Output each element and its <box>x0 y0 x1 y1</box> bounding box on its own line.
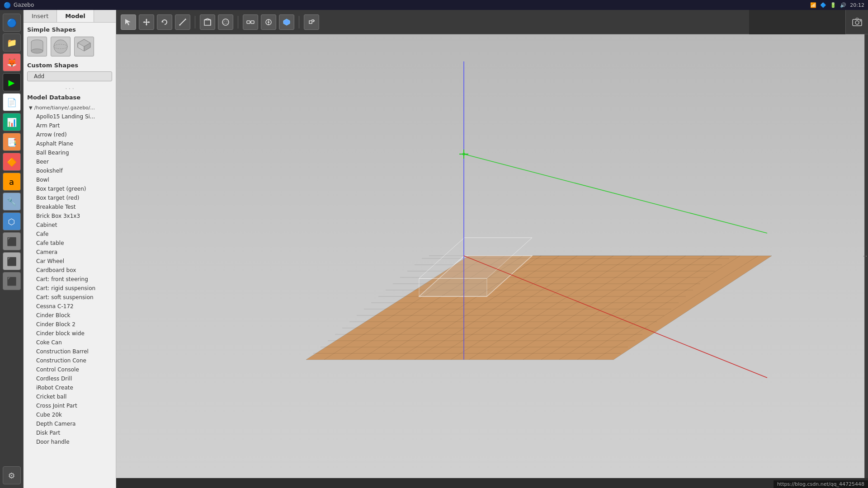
terminal-icon[interactable]: ▶ <box>3 73 21 91</box>
model-item[interactable]: Camera <box>27 248 112 257</box>
notes-icon[interactable]: 📄 <box>3 93 21 111</box>
model-item[interactable]: Box target (red) <box>27 193 112 202</box>
svg-point-87 <box>462 153 465 155</box>
app-title: Gazebo <box>14 2 34 8</box>
model-item[interactable]: Disk Part <box>27 428 112 437</box>
model-item[interactable]: Coke Can <box>27 338 112 347</box>
model-item[interactable]: Apollo15 Landing Si... <box>27 112 112 121</box>
select-tool[interactable] <box>121 14 136 30</box>
apps-icon[interactable]: 🔶 <box>3 153 21 171</box>
scale-tool[interactable] <box>175 14 190 30</box>
svg-point-38 <box>855 21 859 24</box>
handle-dots: ⋮ <box>862 253 868 260</box>
model-item[interactable]: Cart: rigid suspension <box>27 284 112 293</box>
right-edge-handle[interactable]: ⋮ <box>864 34 868 478</box>
settings-icon[interactable]: ⚙ <box>3 466 21 484</box>
model-item[interactable]: Cardboard box <box>27 266 112 275</box>
svg-marker-35 <box>283 19 290 25</box>
model-item[interactable]: Asphalt Plane <box>27 139 112 148</box>
model-item[interactable]: Construction Barrel <box>27 347 112 356</box>
model-item[interactable]: Cart: soft suspension <box>27 293 112 302</box>
tab-insert[interactable]: Insert <box>24 10 57 22</box>
box-tool[interactable] <box>200 14 215 30</box>
db-root-label: /home/tianye/.gazebo/... <box>34 105 95 111</box>
layers3-icon[interactable]: ⬛ <box>3 272 21 290</box>
model-item[interactable]: Door handle <box>27 437 112 446</box>
joint-tool[interactable] <box>261 14 276 30</box>
plugin-tool[interactable] <box>304 14 319 30</box>
model-item[interactable]: Cafe <box>27 230 112 239</box>
svg-line-20 <box>179 19 186 25</box>
spreadsheet-icon[interactable]: 📊 <box>3 113 21 131</box>
gazebo3d-icon[interactable]: ⬡ <box>3 212 21 230</box>
svg-point-2 <box>31 49 43 53</box>
model-item[interactable]: Arm Part <box>27 121 112 130</box>
svg-point-40 <box>859 20 861 21</box>
tab-model[interactable]: Model <box>57 10 94 22</box>
svg-marker-18 <box>148 21 150 23</box>
sep1 <box>195 16 195 28</box>
svg-rect-28 <box>247 21 250 23</box>
model-item[interactable]: Cinder block wide <box>27 329 112 338</box>
svg-point-5 <box>54 40 67 53</box>
model-item[interactable]: Bookshelf <box>27 166 112 175</box>
viewport[interactable] <box>116 34 868 478</box>
camera-button[interactable] <box>845 10 868 34</box>
files-icon[interactable]: 📁 <box>3 33 21 52</box>
custom-shapes-title: Custom Shapes <box>27 62 112 69</box>
simple-shapes-title: Simple Shapes <box>27 26 112 33</box>
db-root-item[interactable]: ▼ /home/tianye/.gazebo/... <box>27 103 112 112</box>
bluetooth-icon: 🔷 <box>820 2 826 8</box>
sep2 <box>238 16 238 28</box>
rotate-tool[interactable] <box>157 14 172 30</box>
model-item[interactable]: Construction Cone <box>27 356 112 365</box>
model-item[interactable]: Cross Joint Part <box>27 401 112 410</box>
svg-marker-16 <box>146 24 147 26</box>
layers-icon[interactable]: ⬛ <box>3 232 21 250</box>
model-item[interactable]: Car Wheel <box>27 257 112 266</box>
svg-line-83 <box>464 154 767 233</box>
svg-rect-23 <box>204 20 211 25</box>
model-item[interactable]: Ball Bearing <box>27 148 112 157</box>
model-item[interactable]: Arrow (red) <box>27 130 112 139</box>
model-item[interactable]: Control Console <box>27 365 112 374</box>
model-item[interactable]: Box target (green) <box>27 184 112 193</box>
box-shape[interactable] <box>74 37 94 56</box>
presentation-icon[interactable]: 📑 <box>3 133 21 151</box>
model-item[interactable]: Cordless Drill <box>27 374 112 383</box>
divider: · · · <box>27 86 112 92</box>
model-item[interactable]: iRobot Create <box>27 383 112 392</box>
svg-point-26 <box>222 19 229 25</box>
model-item[interactable]: Depth Camera <box>27 419 112 428</box>
url-text: https://blog.csdn.net/qq_44725448 <box>777 481 864 487</box>
model-tool[interactable] <box>279 14 294 30</box>
firefox-icon[interactable]: 🦊 <box>3 53 21 71</box>
cylinder-shape[interactable] <box>27 37 47 56</box>
model-item[interactable]: Beer <box>27 157 112 166</box>
translate-tool[interactable] <box>139 14 154 30</box>
sphere-tool[interactable] <box>218 14 233 30</box>
model-item[interactable]: Cinder Block <box>27 311 112 320</box>
model-item[interactable]: Bowl <box>27 175 112 184</box>
wrench-icon[interactable]: 🔧 <box>3 192 21 211</box>
model-item[interactable]: Cafe table <box>27 239 112 248</box>
model-item[interactable]: Breakable Test <box>27 202 112 211</box>
layers2-icon[interactable]: ⬛ <box>3 252 21 270</box>
model-item[interactable]: Cart: front steering <box>27 275 112 284</box>
model-item[interactable]: Cabinet <box>27 221 112 230</box>
model-item[interactable]: Cricket ball <box>27 392 112 401</box>
gazebo-home-icon[interactable]: 🔵 <box>3 14 21 32</box>
model-item[interactable]: Cube 20k <box>27 410 112 419</box>
model-item[interactable]: Brick Box 3x1x3 <box>27 211 112 221</box>
amazon-icon[interactable]: a <box>3 173 21 191</box>
add-button[interactable]: Add <box>27 71 112 81</box>
link-tool[interactable] <box>243 14 258 30</box>
model-list[interactable]: ▼ /home/tianye/.gazebo/... Apollo15 Land… <box>27 103 112 474</box>
side-panel: Insert Model Simple Shapes <box>24 10 116 488</box>
topbar-right: 📶 🔷 🔋 🔊 20:12 <box>810 2 864 8</box>
model-database-title: Model Database <box>27 94 112 101</box>
model-item[interactable]: Cessna C-172 <box>27 302 112 311</box>
viewport-svg <box>116 34 868 478</box>
sphere-shape[interactable] <box>51 37 71 56</box>
model-item[interactable]: Cinder Block 2 <box>27 320 112 329</box>
